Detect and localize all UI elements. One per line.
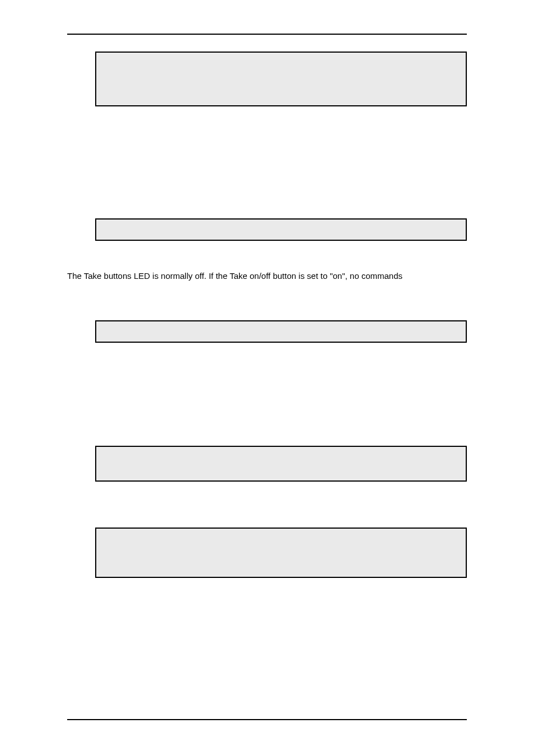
spacer bbox=[95, 114, 467, 150]
bottom-horizontal-rule bbox=[67, 719, 467, 720]
spacer bbox=[95, 288, 467, 312]
info-box-4 bbox=[95, 446, 467, 482]
spacer bbox=[95, 514, 467, 520]
body-paragraph-1: The Take buttons LED is normally off. If… bbox=[67, 270, 467, 282]
spacer bbox=[95, 351, 467, 386]
top-horizontal-rule bbox=[67, 34, 467, 35]
spacer bbox=[95, 489, 467, 514]
info-box-3 bbox=[95, 320, 467, 343]
spacer bbox=[95, 386, 467, 422]
spacer bbox=[95, 150, 467, 186]
info-box-2 bbox=[95, 218, 467, 241]
spacer bbox=[95, 186, 467, 211]
spacer bbox=[95, 422, 467, 438]
content-area: The Take buttons LED is normally off. If… bbox=[67, 52, 467, 578]
spacer bbox=[95, 249, 467, 264]
info-box-5 bbox=[95, 528, 467, 578]
info-box-1 bbox=[95, 52, 467, 106]
page: The Take buttons LED is normally off. If… bbox=[0, 0, 534, 756]
